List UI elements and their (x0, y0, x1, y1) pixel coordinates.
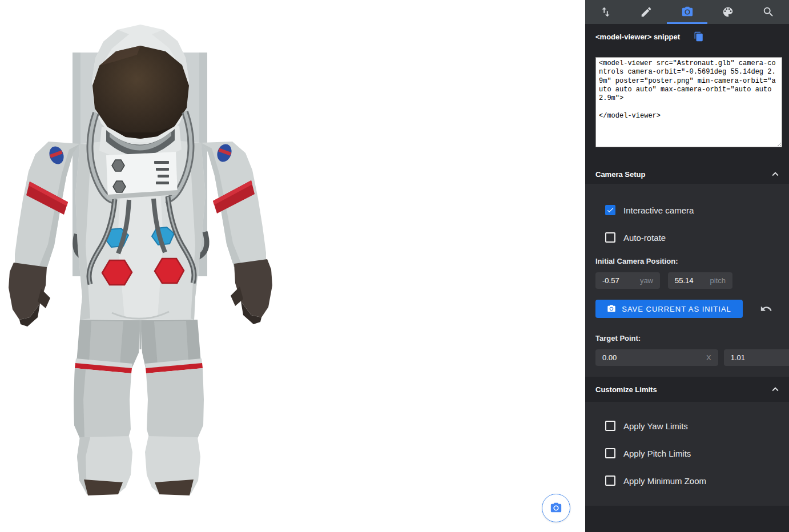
yaw-suffix: yaw (640, 276, 653, 285)
undo-icon (760, 303, 772, 315)
apply-pitch-limits-row: Apply Pitch Limits (595, 444, 779, 462)
apply-pitch-limits-checkbox[interactable] (605, 448, 615, 458)
collapse-camera-setup-button[interactable] (768, 167, 782, 181)
target-x-suffix: X (706, 353, 711, 362)
customize-limits-header: Customize Limits (585, 377, 789, 402)
camera-icon (681, 6, 694, 18)
target-x-field: X (595, 349, 718, 366)
target-point-label: Target Point: (595, 334, 779, 343)
apply-yaw-limits-checkbox[interactable] (605, 421, 615, 431)
collapse-customize-limits-button[interactable] (768, 382, 782, 396)
initial-camera-position-label: Initial Camera Position: (595, 257, 779, 266)
snippet-title: <model-viewer> snippet (595, 33, 680, 41)
target-x-input[interactable] (602, 353, 703, 362)
chevron-up-icon (769, 383, 782, 396)
tab-inspector[interactable] (748, 0, 789, 24)
edit-pencil-icon (640, 6, 653, 18)
target-y-field: Y (724, 349, 789, 366)
editor-side-panel: <model-viewer> snippet <model-viewer src… (585, 0, 789, 532)
model-viewer-editor: <model-viewer> snippet <model-viewer src… (0, 0, 789, 532)
interactive-camera-row: Interactive camera (595, 201, 779, 219)
camera-setup-title: Camera Setup (595, 170, 645, 179)
snippet-code-textarea[interactable]: <model-viewer src="Astronaut.glb" camera… (595, 57, 782, 147)
camera-setup-header: Camera Setup (585, 164, 789, 184)
auto-rotate-row: Auto-rotate (595, 228, 779, 247)
check-icon (606, 206, 614, 214)
auto-rotate-checkbox[interactable] (605, 232, 615, 243)
yaw-input[interactable] (602, 276, 637, 285)
astronaut-model (0, 0, 585, 532)
copy-snippet-button[interactable] (694, 31, 704, 42)
interactive-camera-checkbox[interactable] (605, 205, 615, 215)
interactive-camera-label: Interactive camera (623, 205, 694, 215)
tab-edit[interactable] (626, 0, 666, 24)
apply-yaw-limits-label: Apply Yaw Limits (623, 421, 688, 431)
pitch-input[interactable] (675, 276, 707, 285)
camera-icon (607, 304, 616, 313)
apply-minimum-zoom-row: Apply Minimum Zoom (595, 471, 779, 490)
tab-file-import-export[interactable] (585, 0, 626, 24)
palette-icon (722, 6, 734, 18)
model-viewport[interactable] (0, 0, 585, 532)
target-y-input[interactable] (731, 353, 789, 362)
panel-footer (585, 506, 789, 532)
pitch-suffix: pitch (710, 276, 726, 285)
pitch-field: pitch (668, 272, 732, 289)
snippet-section: <model-viewer> snippet <model-viewer src… (585, 24, 789, 164)
apply-pitch-limits-label: Apply Pitch Limits (623, 449, 691, 458)
chevron-up-icon (769, 168, 782, 180)
apply-minimum-zoom-checkbox[interactable] (605, 475, 615, 486)
save-button-label: SAVE CURRENT AS INITIAL (622, 305, 731, 313)
copy-icon (694, 31, 704, 42)
camera-icon (550, 502, 562, 514)
customize-limits-title: Customize Limits (595, 385, 657, 394)
tab-camera[interactable] (667, 0, 707, 24)
apply-yaw-limits-row: Apply Yaw Limits (595, 417, 779, 435)
swap-vertical-icon (599, 6, 612, 18)
camera-setup-content: Interactive camera Auto-rotate Initial C… (585, 184, 789, 377)
revert-camera-button[interactable] (758, 301, 774, 317)
save-current-as-initial-button[interactable]: SAVE CURRENT AS INITIAL (595, 300, 743, 318)
auto-rotate-label: Auto-rotate (623, 233, 666, 243)
customize-limits-content: Apply Yaw Limits Apply Pitch Limits Appl… (585, 402, 789, 506)
search-icon (762, 6, 775, 18)
yaw-field: yaw (595, 272, 660, 289)
panel-toolbar (585, 0, 789, 24)
apply-minimum-zoom-label: Apply Minimum Zoom (623, 476, 706, 486)
take-screenshot-button[interactable] (542, 494, 570, 522)
tab-materials[interactable] (707, 0, 748, 24)
